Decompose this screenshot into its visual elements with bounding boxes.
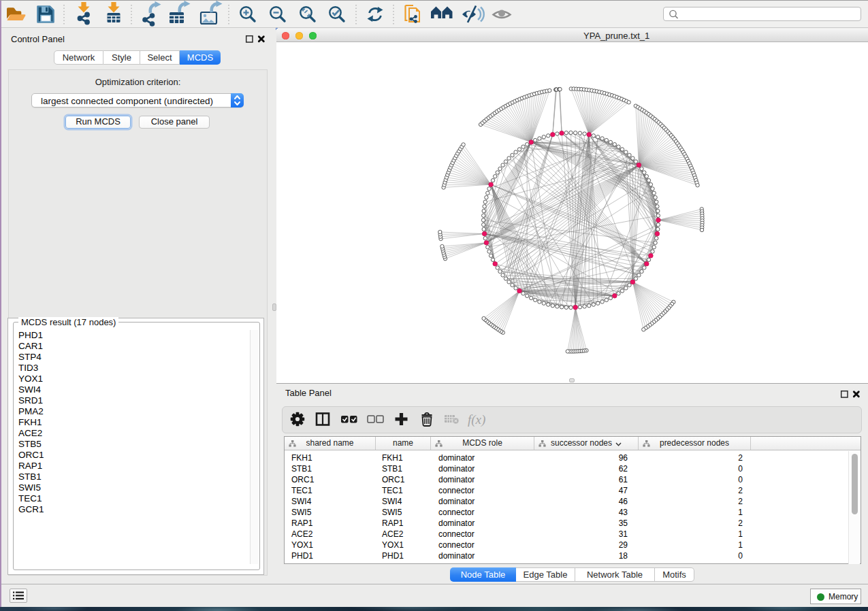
svg-text:f(x): f(x) <box>468 412 485 427</box>
